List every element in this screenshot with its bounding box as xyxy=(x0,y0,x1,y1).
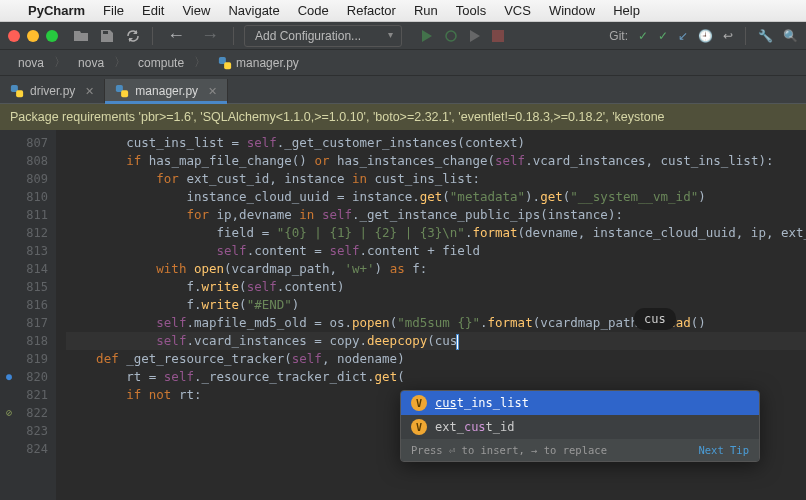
git-history-icon[interactable]: 🕘 xyxy=(698,29,713,43)
sync-icon[interactable] xyxy=(124,27,142,45)
git-label: Git: xyxy=(609,29,628,43)
autocomplete-popup[interactable]: V cust_ins_list V ext_cust_id Press ⏎ to… xyxy=(400,390,760,462)
line-number-gutter: 8078088098108118128138148158168178188198… xyxy=(0,130,56,500)
variable-badge-icon: V xyxy=(411,395,427,411)
git-commit-icon[interactable]: ✓ xyxy=(638,29,648,43)
menu-vcs[interactable]: VCS xyxy=(504,3,531,18)
python-file-icon xyxy=(218,56,232,70)
menu-edit[interactable]: Edit xyxy=(142,3,164,18)
breadcrumb-item[interactable]: nova〉 xyxy=(72,54,132,71)
search-everywhere-icon[interactable]: 🔍 xyxy=(783,29,798,43)
git-toolbar: Git: ✓ ✓ ↙ 🕘 ↩ 🔧 🔍 xyxy=(609,27,798,45)
variable-badge-icon: V xyxy=(411,419,427,435)
debug-button-icon[interactable] xyxy=(444,29,458,43)
main-toolbar: ← → Add Configuration... Git: ✓ ✓ ↙ 🕘 ↩ … xyxy=(0,22,806,50)
next-tip-link[interactable]: Next Tip xyxy=(698,444,749,456)
menu-refactor[interactable]: Refactor xyxy=(347,3,396,18)
stop-button-icon[interactable] xyxy=(492,30,504,42)
nav-forward-button[interactable]: → xyxy=(197,25,223,46)
autocomplete-item[interactable]: V ext_cust_id xyxy=(401,415,759,439)
run-configuration-select[interactable]: Add Configuration... xyxy=(244,25,402,47)
svg-rect-4 xyxy=(224,62,231,69)
svg-rect-8 xyxy=(121,90,128,97)
tab-label: driver.py xyxy=(30,84,75,98)
breadcrumb-item[interactable]: compute〉 xyxy=(132,54,212,71)
autocomplete-item[interactable]: V cust_ins_list xyxy=(401,391,759,415)
svg-point-1 xyxy=(446,31,456,41)
window-minimize-button[interactable] xyxy=(27,30,39,42)
window-close-button[interactable] xyxy=(8,30,20,42)
code-editor[interactable]: 8078088098108118128138148158168178188198… xyxy=(0,130,806,500)
nav-back-button[interactable]: ← xyxy=(163,25,189,46)
tab-label: manager.py xyxy=(135,84,198,98)
svg-rect-6 xyxy=(16,90,23,97)
autocomplete-footer: Press ⏎ to insert, → to replace Next Tip xyxy=(401,439,759,461)
navigation-breadcrumbs: nova〉 nova〉 compute〉 manager.py xyxy=(0,50,806,76)
menu-tools[interactable]: Tools xyxy=(456,3,486,18)
breadcrumb-item[interactable]: nova〉 xyxy=(12,54,72,71)
svg-rect-2 xyxy=(492,30,504,42)
macos-menubar: PyCharm File Edit View Navigate Code Ref… xyxy=(0,0,806,22)
window-maximize-button[interactable] xyxy=(46,30,58,42)
python-file-icon xyxy=(115,84,129,98)
window-controls xyxy=(8,30,58,42)
package-requirements-banner[interactable]: Package requirements 'pbr>=1.6', 'SQLAlc… xyxy=(0,104,806,130)
editor-tab[interactable]: manager.py ✕ xyxy=(105,79,228,103)
git-update-icon[interactable]: ↙ xyxy=(678,29,688,43)
menu-window[interactable]: Window xyxy=(549,3,595,18)
run-button-icon[interactable] xyxy=(420,29,434,43)
git-revert-icon[interactable]: ↩ xyxy=(723,29,733,43)
ide-settings-icon[interactable]: 🔧 xyxy=(758,29,773,43)
menu-help[interactable]: Help xyxy=(613,3,640,18)
tab-close-icon[interactable]: ✕ xyxy=(85,85,94,98)
breadcrumb-item[interactable]: manager.py xyxy=(212,56,305,70)
tab-close-icon[interactable]: ✕ xyxy=(208,85,217,98)
menu-code[interactable]: Code xyxy=(298,3,329,18)
editor-tab[interactable]: driver.py ✕ xyxy=(0,79,105,103)
run-coverage-icon[interactable] xyxy=(468,29,482,43)
completion-prefix-hint: cus xyxy=(634,308,676,330)
python-file-icon xyxy=(10,84,24,98)
menu-navigate[interactable]: Navigate xyxy=(228,3,279,18)
open-icon[interactable] xyxy=(72,27,90,45)
git-push-icon[interactable]: ✓ xyxy=(658,29,668,43)
menu-file[interactable]: File xyxy=(103,3,124,18)
svg-rect-0 xyxy=(103,31,108,34)
save-all-icon[interactable] xyxy=(98,27,116,45)
menu-run[interactable]: Run xyxy=(414,3,438,18)
app-name[interactable]: PyCharm xyxy=(28,3,85,18)
editor-tabs: driver.py ✕ manager.py ✕ xyxy=(0,76,806,104)
menu-view[interactable]: View xyxy=(182,3,210,18)
